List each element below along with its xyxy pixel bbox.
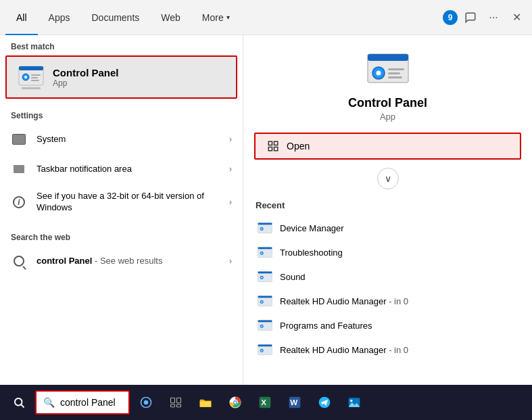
- settings-item-system[interactable]: System ›: [0, 124, 243, 154]
- taskbar-word-btn[interactable]: W: [281, 389, 308, 416]
- svg-rect-6: [31, 80, 39, 81]
- svg-point-22: [261, 229, 262, 230]
- taskbar-search-box[interactable]: 🔍 control Panel: [35, 390, 130, 415]
- arrow-icon-3: ›: [229, 197, 232, 207]
- notification-badge: 9: [443, 10, 458, 25]
- app-detail-name: Control Panel: [348, 96, 427, 110]
- svg-point-34: [261, 302, 262, 303]
- app-detail-type: App: [380, 112, 395, 122]
- best-match-item[interactable]: Control Panel App: [5, 55, 237, 99]
- tab-web[interactable]: Web: [150, 0, 191, 35]
- recent-item-2[interactable]: Sound: [254, 264, 521, 289]
- taskbar-taskview-btn[interactable]: [162, 389, 189, 416]
- svg-line-44: [21, 404, 24, 407]
- svg-rect-15: [268, 141, 272, 145]
- svg-point-11: [376, 71, 381, 76]
- recent-item-label-4: Programs and Features: [280, 321, 372, 331]
- taskbar-excel-btn[interactable]: X: [251, 389, 279, 416]
- tab-all-label: All: [16, 12, 27, 23]
- settings-item-taskbar[interactable]: Taskbar notification area ›: [0, 154, 243, 184]
- svg-rect-40: [258, 344, 272, 346]
- expand-circle-icon[interactable]: ∨: [377, 168, 399, 189]
- svg-rect-9: [368, 54, 408, 61]
- info-icon: i: [11, 194, 27, 210]
- open-button[interactable]: Open: [254, 133, 521, 160]
- settings-item-taskbar-label: Taskbar notification area: [37, 164, 229, 175]
- arrow-icon: ›: [229, 135, 232, 144]
- taskbar-search-loop-icon: 🔍: [43, 397, 55, 408]
- settings-item-bitversion[interactable]: i See if you have a 32-bit or 64-bit ver…: [0, 184, 243, 220]
- svg-rect-20: [258, 223, 272, 225]
- svg-rect-5: [31, 77, 38, 78]
- recent-icon-1: [257, 244, 273, 260]
- tab-more[interactable]: More ▾: [191, 0, 241, 35]
- svg-point-42: [261, 350, 262, 352]
- taskbar-search-icon[interactable]: [5, 389, 32, 416]
- svg-rect-47: [171, 398, 175, 403]
- chevron-down-icon: ▾: [226, 14, 230, 21]
- recent-icon-3: [257, 293, 273, 309]
- settings-item-system-label: System: [37, 134, 229, 145]
- svg-rect-16: [274, 141, 278, 145]
- close-icon[interactable]: ✕: [506, 7, 527, 28]
- recent-item-0[interactable]: Device Manager: [254, 216, 521, 240]
- right-panel: Control Panel App Open ∨: [243, 35, 532, 385]
- svg-point-43: [15, 398, 22, 406]
- recent-icon-2: [257, 269, 273, 285]
- svg-point-26: [261, 253, 262, 254]
- taskbar-fileexplorer-btn[interactable]: [192, 389, 219, 416]
- svg-rect-49: [171, 404, 175, 407]
- recent-item-1[interactable]: Troubleshooting: [254, 240, 521, 264]
- svg-rect-32: [258, 296, 272, 298]
- left-panel: Best match: [0, 35, 243, 385]
- web-search-item[interactable]: control Panel - See web results ›: [0, 246, 243, 276]
- recent-icon-0: [257, 220, 273, 236]
- app-detail: Control Panel App: [254, 49, 521, 122]
- svg-point-3: [24, 76, 27, 78]
- feedback-icon[interactable]: [460, 7, 481, 28]
- svg-rect-12: [388, 68, 404, 70]
- taskbar-photos-btn[interactable]: [341, 389, 368, 416]
- svg-rect-4: [31, 74, 41, 76]
- recent-item-label-3: Realtek HD Audio Manager - in 0: [280, 296, 408, 306]
- svg-rect-48: [177, 398, 181, 403]
- svg-rect-28: [258, 271, 272, 273]
- svg-point-30: [261, 277, 262, 279]
- recent-item-5[interactable]: Realtek HD Audio Manager - in 0: [254, 337, 521, 362]
- tab-apps[interactable]: Apps: [38, 0, 81, 35]
- svg-rect-1: [19, 66, 43, 70]
- search-loop-icon: [11, 253, 27, 269]
- svg-rect-24: [258, 247, 272, 249]
- taskbar-cortana-btn[interactable]: [132, 389, 160, 416]
- recent-item-label-2: Sound: [280, 272, 306, 282]
- tab-all[interactable]: All: [5, 0, 38, 35]
- tab-documents[interactable]: Documents: [80, 0, 150, 35]
- svg-rect-13: [388, 72, 400, 74]
- tab-more-label: More: [202, 12, 224, 23]
- more-options-icon[interactable]: ···: [483, 7, 504, 28]
- svg-rect-14: [388, 76, 402, 78]
- taskbar-telegram-btn[interactable]: [311, 389, 338, 416]
- content-area: Best match: [0, 35, 532, 385]
- web-search-text: control Panel - See web results: [37, 256, 162, 266]
- svg-text:X: X: [261, 398, 266, 406]
- tab-documents-label: Documents: [91, 12, 139, 23]
- search-window: All Apps Documents Web More ▾ 9 ··· ✕: [0, 0, 532, 420]
- recent-item-4[interactable]: Programs and Features: [254, 313, 521, 337]
- arrow-icon-4: ›: [229, 256, 232, 266]
- best-match-title: Control Panel: [53, 67, 119, 78]
- svg-text:W: W: [290, 398, 297, 406]
- taskbar-chrome-btn[interactable]: [222, 389, 249, 416]
- tab-apps-label: Apps: [49, 12, 70, 23]
- svg-rect-18: [274, 147, 278, 151]
- recent-label: Recent: [254, 200, 521, 210]
- tab-icons: 9 ··· ✕: [443, 7, 527, 28]
- svg-rect-36: [258, 320, 272, 322]
- recent-item-3[interactable]: Realtek HD Audio Manager - in 0: [254, 289, 521, 313]
- taskbar-notif-icon: [11, 161, 27, 177]
- app-detail-icon: [361, 49, 415, 89]
- taskbar-search-text: control Panel: [60, 397, 116, 408]
- system-icon: [11, 131, 27, 147]
- arrow-icon-2: ›: [229, 164, 232, 174]
- expand-button[interactable]: ∨: [254, 168, 521, 189]
